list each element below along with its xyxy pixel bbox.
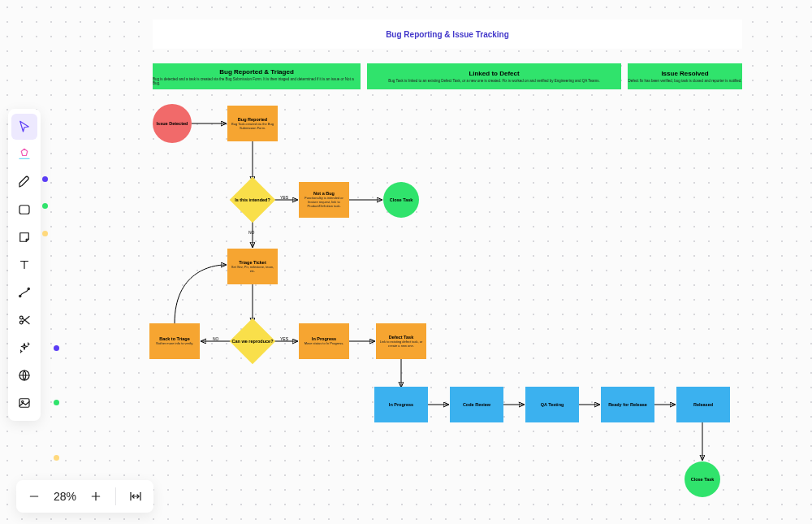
node-not-a-bug[interactable]: Not a Bug Functionality is intended or f… <box>299 182 349 218</box>
lane-resolved: Issue Resolved Defect fix has been verif… <box>628 63 742 89</box>
node-back-to-triage[interactable]: Back to Triage Gather more info to verif… <box>149 323 200 359</box>
tool-magic[interactable] <box>11 335 37 361</box>
zoom-in-button[interactable] <box>86 487 106 506</box>
node-issue-detected[interactable]: Issue Detected <box>153 104 192 143</box>
node-title: Issue Detected <box>157 121 188 126</box>
tool-rectangle[interactable] <box>11 197 37 223</box>
node-is-intended[interactable]: Is this intended? <box>236 184 269 216</box>
toolbar <box>8 109 41 421</box>
color-dot-green[interactable] <box>42 203 48 209</box>
tool-web[interactable] <box>11 362 37 388</box>
node-code-review[interactable]: Code Review <box>450 387 503 422</box>
tool-text[interactable] <box>11 252 37 278</box>
edge-label-yes: YES <box>280 336 288 341</box>
node-defect-task[interactable]: Defect Task Link to existing defect task… <box>376 323 426 359</box>
node-title: Close Task <box>390 197 413 202</box>
lane-reported: Bug Reported & Triaged Bug is detected a… <box>153 63 361 89</box>
lane-subtitle: Bug Task is linked to an existing Defect… <box>388 79 599 83</box>
tool-image[interactable] <box>11 390 37 416</box>
node-subtitle: Bug Task created via the Bug Submission … <box>230 123 275 131</box>
node-title: Can we reproduce? <box>230 339 275 344</box>
edge-label-yes: YES <box>280 195 288 200</box>
fit-width-button[interactable] <box>126 487 145 506</box>
node-title: Is this intended? <box>230 197 275 202</box>
lane-subtitle: Bug is detected and a task is created vi… <box>153 77 361 85</box>
color-dot-purple[interactable] <box>42 176 48 182</box>
node-subtitle: Functionality is intended or feature req… <box>301 197 347 208</box>
node-title: Code Review <box>463 402 490 407</box>
svg-point-22 <box>22 401 24 402</box>
node-subtitle: Move status to In Progress. <box>304 342 344 346</box>
node-released[interactable]: Released <box>676 387 730 422</box>
svg-rect-15 <box>19 206 29 214</box>
node-subtitle: Gather more info to verify. <box>156 342 193 346</box>
color-dot-purple[interactable] <box>54 345 59 351</box>
node-in-progress-2[interactable]: In Progress <box>374 387 428 422</box>
tool-sticky-note[interactable] <box>11 224 37 250</box>
zoom-value[interactable]: 28% <box>54 490 76 503</box>
node-ready-release[interactable]: Ready for Release <box>601 387 654 422</box>
node-close-task-2[interactable]: Close Task <box>685 461 720 497</box>
node-title: Ready for Release <box>608 402 647 407</box>
color-dot-yellow[interactable] <box>54 455 59 461</box>
node-bug-reported[interactable]: Bug Reported Bug Task created via the Bu… <box>227 106 278 141</box>
color-dot-green[interactable] <box>54 400 59 405</box>
tool-pen[interactable] <box>11 169 37 195</box>
tool-select[interactable] <box>11 114 37 140</box>
lane-title: Issue Resolved <box>661 70 708 77</box>
edge-label-no: NO <box>248 230 255 235</box>
color-dot-yellow[interactable] <box>42 231 48 236</box>
tool-shapes-ai[interactable] <box>11 141 37 167</box>
zoom-bar: 28% <box>16 480 153 513</box>
tool-connector[interactable] <box>11 279 37 305</box>
tool-scissors[interactable] <box>11 307 37 333</box>
node-title: QA Testing <box>541 402 564 407</box>
lane-subtitle: Defect fix has been verified, bug task i… <box>628 79 742 83</box>
node-title: Bug Reported <box>238 117 267 122</box>
lane-title: Linked to Defect <box>469 70 519 77</box>
node-title: Released <box>693 402 713 407</box>
canvas[interactable]: Bug Reporting & Issue Tracking Bug Repor… <box>0 0 812 524</box>
node-can-reproduce[interactable]: Can we reproduce? <box>236 325 269 357</box>
lane-linked: Linked to Defect Bug Task is linked to a… <box>367 63 621 89</box>
node-title: In Progress <box>389 402 413 407</box>
node-close-task-1[interactable]: Close Task <box>383 182 419 218</box>
diagram-title: Bug Reporting & Issue Tracking <box>153 19 742 49</box>
node-title: Close Task <box>691 477 715 482</box>
node-subtitle: Set Sev, Pri, milestone, team, etc. <box>230 266 275 274</box>
zoom-out-button[interactable] <box>24 487 44 506</box>
edge-label-no: NO <box>213 336 219 341</box>
node-triage[interactable]: Triage Ticket Set Sev, Pri, milestone, t… <box>227 249 278 284</box>
node-subtitle: Link to existing defect task, or create … <box>378 340 424 349</box>
separator <box>115 487 116 505</box>
node-title: Triage Ticket <box>239 260 266 265</box>
node-qa-testing[interactable]: QA Testing <box>525 387 579 422</box>
lane-title: Bug Reported & Triaged <box>219 68 294 76</box>
node-title: Defect Task <box>389 335 413 340</box>
node-in-progress-1[interactable]: In Progress Move status to In Progress. <box>299 323 349 359</box>
